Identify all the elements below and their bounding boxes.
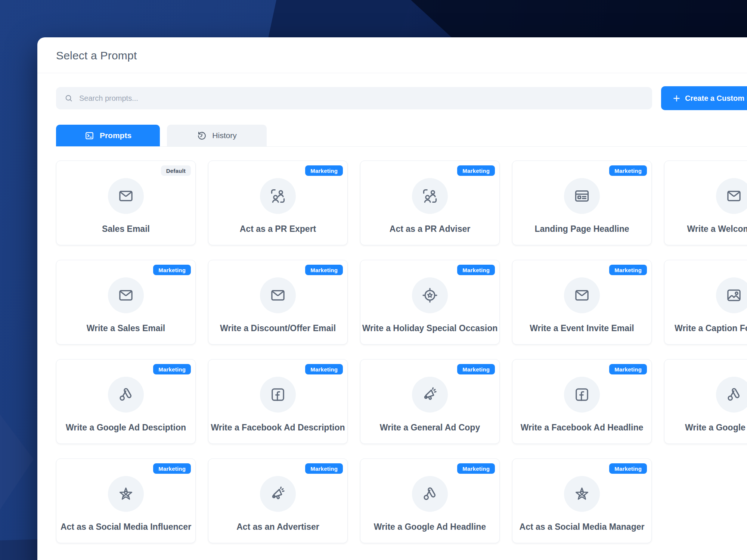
terminal-icon — [84, 131, 94, 141]
prompt-card-title: Sales Email — [102, 224, 150, 234]
prompt-card[interactable]: Marketing Act as an Advertiser — [208, 458, 348, 543]
prompt-card-title: Write a Discount/Offer Email — [220, 323, 336, 333]
prompt-card[interactable]: Marketing Write a Event Invite Email — [512, 260, 652, 345]
prompt-card-title: Write a Caption For an Image — [675, 323, 747, 333]
prompt-card-title: Landing Page Headline — [534, 224, 629, 234]
prompt-card[interactable]: Marketing Write a General Ad Copy — [360, 359, 500, 444]
prompt-card[interactable]: Marketing Write a Facebook Ad Headline — [512, 359, 652, 444]
newspaper-icon — [573, 187, 591, 205]
category-badge: Marketing — [609, 364, 647, 374]
tab-history[interactable]: History — [167, 125, 267, 146]
tab-history-label: History — [212, 131, 236, 140]
select-prompt-modal: Select a Prompt Create a Custom Prompt P… — [37, 37, 747, 560]
prompt-card[interactable]: Marketing Write a Discount/Offer Email — [208, 260, 348, 345]
create-button-label: Create a Custom Prompt — [685, 94, 747, 103]
megaphone-icon — [269, 485, 286, 503]
prompt-card[interactable]: Marketing Write a Google Ad Headline — [360, 458, 500, 543]
mail-icon — [725, 187, 743, 205]
prompt-card[interactable]: Marketing Act as a PR Expert — [208, 161, 348, 245]
mail-icon — [117, 287, 134, 304]
prompt-card[interactable]: Marketing Landing Page Headline — [512, 161, 652, 245]
prompt-card-title: Act as an Advertiser — [236, 522, 319, 532]
plus-icon — [672, 94, 681, 103]
prompt-card-grid: Default Sales Email Marketing Act as a P… — [56, 161, 747, 543]
tab-prompts[interactable]: Prompts — [56, 125, 160, 146]
category-badge: Marketing — [457, 265, 495, 275]
modal-title: Select a Prompt — [56, 49, 747, 62]
prompt-icon-circle — [412, 277, 448, 313]
mail-icon — [117, 187, 134, 205]
create-custom-prompt-button[interactable]: Create a Custom Prompt — [661, 86, 747, 110]
prompt-card[interactable]: Marketing Act as a Social Media Manager — [512, 458, 652, 543]
prompt-card[interactable]: Default Sales Email — [56, 161, 196, 245]
goal-icon — [421, 287, 438, 304]
category-badge: Default — [161, 165, 191, 176]
category-badge: Marketing — [305, 463, 343, 474]
category-badge: Marketing — [153, 463, 191, 474]
prompt-card[interactable]: Marketing Write a Welcome Email — [664, 161, 747, 245]
search-field-wrap — [56, 87, 652, 109]
prompt-card-title: Write a Google Ad Copy — [685, 423, 747, 433]
google-ads-icon — [117, 386, 134, 403]
category-badge: Marketing — [153, 265, 191, 275]
star-user-icon — [573, 485, 591, 503]
prompt-card-title: Write a Facebook Ad Headline — [521, 423, 643, 433]
prompt-card[interactable]: Marketing Act as a Social Media Influenc… — [56, 458, 196, 543]
prompt-icon-circle — [108, 476, 144, 512]
category-badge: Marketing — [457, 364, 495, 374]
prompt-card-title: Act as a Social Media Influencer — [61, 522, 191, 532]
users-icon — [269, 187, 286, 205]
prompt-card-title: Write a General Ad Copy — [380, 423, 480, 433]
facebook-icon — [269, 386, 286, 403]
prompt-card[interactable]: Marketing Write a Sales Email — [56, 260, 196, 345]
prompt-card[interactable]: Marketing Write a Google Ad Copy — [664, 359, 747, 444]
image-icon — [725, 287, 743, 304]
prompt-icon-circle — [412, 476, 448, 512]
prompt-icon-circle — [564, 476, 600, 512]
prompt-icon-circle — [260, 277, 296, 313]
prompt-icon-circle — [564, 277, 600, 313]
prompt-card[interactable]: Marketing Write a Holiday Special Occasi… — [360, 260, 500, 345]
star-user-icon — [117, 485, 134, 503]
google-ads-icon — [421, 485, 438, 503]
category-badge: Marketing — [305, 165, 343, 176]
category-badge: Marketing — [305, 265, 343, 275]
prompt-icon-circle — [260, 377, 296, 413]
prompt-card-title: Act as a Social Media Manager — [520, 522, 645, 532]
modal-header: Select a Prompt — [37, 37, 747, 73]
tab-prompts-label: Prompts — [100, 131, 131, 140]
search-row: Create a Custom Prompt — [56, 86, 747, 110]
prompt-card-title: Act as a PR Adviser — [390, 224, 470, 234]
mail-icon — [269, 287, 286, 304]
prompt-icon-circle — [108, 178, 144, 214]
prompt-card-title: Write a Holiday Special Occasion — [362, 323, 498, 333]
prompt-card-title: Write a Welcome Email — [687, 224, 747, 234]
prompt-icon-circle — [260, 476, 296, 512]
prompt-icon-circle — [260, 178, 296, 214]
prompt-icon-circle — [108, 377, 144, 413]
category-badge: Marketing — [305, 364, 343, 374]
prompt-card-title: Write a Google Ad Headline — [374, 522, 486, 532]
category-badge: Marketing — [609, 463, 647, 474]
prompt-card[interactable]: Marketing Write a Caption For an Image — [664, 260, 747, 345]
prompt-card-title: Act as a PR Expert — [240, 224, 316, 234]
prompt-card[interactable]: Marketing Write a Facebook Ad Descriptio… — [208, 359, 348, 444]
megaphone-icon — [421, 386, 438, 403]
category-badge: Marketing — [457, 165, 495, 176]
modal-body: Create a Custom Prompt Prompts History D… — [37, 73, 747, 543]
category-badge: Marketing — [457, 463, 495, 474]
prompt-card[interactable]: Marketing Act as a PR Adviser — [360, 161, 500, 245]
prompt-icon-circle — [716, 277, 747, 313]
prompt-icon-circle — [108, 277, 144, 313]
search-input[interactable] — [56, 87, 652, 109]
prompt-icon-circle — [716, 377, 747, 413]
category-badge: Marketing — [609, 165, 647, 176]
category-badge: Marketing — [609, 265, 647, 275]
history-icon — [197, 131, 207, 141]
prompt-icon-circle — [564, 377, 600, 413]
google-ads-icon — [725, 386, 743, 403]
prompt-card[interactable]: Marketing Write a Google Ad Desciption — [56, 359, 196, 444]
prompt-card-title: Write a Google Ad Desciption — [66, 423, 186, 433]
prompt-card-title: Write a Facebook Ad Description — [211, 423, 345, 433]
mail-icon — [573, 287, 591, 304]
